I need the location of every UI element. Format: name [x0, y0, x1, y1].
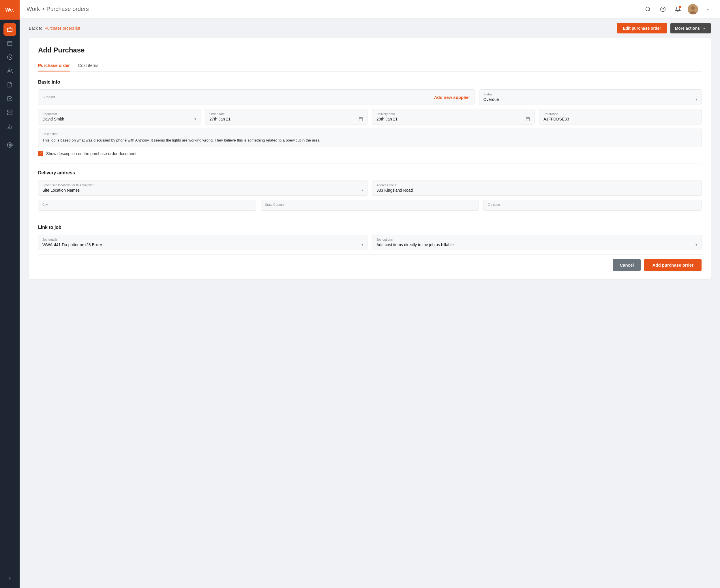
city-field[interactable]: City — [38, 200, 256, 211]
address-line1-field[interactable]: Address line 1 333 Kingsland Road — [372, 180, 702, 196]
job-details-field[interactable]: Job details WWA-441 Fix potterton i28 Bo… — [38, 235, 367, 250]
sidebar-item-clock[interactable] — [3, 51, 16, 63]
search-icon[interactable] — [643, 4, 653, 15]
svg-line-19 — [649, 10, 650, 11]
job-options-field[interactable]: Job options Add cost items directly to t… — [372, 235, 702, 250]
topbar-icons — [643, 4, 713, 15]
sidebar-bottom — [3, 572, 16, 588]
sidebar-item-report[interactable] — [3, 78, 16, 91]
avatar[interactable] — [688, 4, 698, 15]
sidebar: We. — [0, 0, 20, 588]
job-details-label: Job details — [42, 238, 363, 241]
sidebar-item-settings[interactable] — [3, 139, 16, 151]
svg-rect-29 — [526, 118, 529, 121]
chevron-down-icon — [702, 26, 706, 30]
requester-label: Requester — [42, 112, 196, 115]
svg-rect-25 — [359, 118, 363, 121]
order-date-label: Order date — [209, 112, 363, 115]
zip-code-field[interactable]: Zip code — [483, 200, 702, 211]
delivery-date-label: Delivery date — [377, 112, 530, 115]
requester-chevron: ▾ — [195, 117, 196, 121]
back-label: Back to: — [29, 26, 43, 30]
page-title: Add Purchase — [38, 46, 702, 54]
sidebar-item-document[interactable] — [3, 92, 16, 105]
order-date-calendar-icon — [359, 117, 363, 121]
sidebar-item-calendar[interactable] — [3, 37, 16, 49]
delivery-row-1: Saved site locations for this Supplier S… — [38, 180, 702, 196]
sub-header: Back to: Purchase orders list Edit purch… — [20, 18, 720, 38]
sidebar-item-server[interactable] — [3, 106, 16, 119]
zip-code-label: Zip code — [488, 203, 697, 206]
more-actions-button[interactable]: More actions — [671, 23, 711, 34]
svg-rect-10 — [7, 113, 13, 115]
description-field[interactable]: Description This job is based on what wa… — [38, 129, 702, 147]
supplier-field[interactable]: Supplier Add new supplier — [38, 89, 475, 105]
details-row: Requester David Smith ▾ Order date 27th … — [38, 109, 702, 125]
status-label: Status — [483, 92, 697, 96]
page-breadcrumb: Work > Purchase orders — [26, 6, 643, 13]
status-chevron: ▾ — [696, 98, 697, 102]
back-link-anchor[interactable]: Purchase orders list — [44, 26, 80, 30]
reference-field[interactable]: Reference A1FFDDSE33 — [539, 109, 702, 125]
tab-purchase-order[interactable]: Purchase order — [38, 60, 70, 71]
basic-info-title: Basic info — [38, 80, 702, 85]
topbar: Work > Purchase orders — [20, 0, 720, 18]
svg-point-17 — [9, 144, 11, 146]
sidebar-item-users[interactable] — [3, 65, 16, 77]
status-value: Overdue ▾ — [483, 97, 697, 102]
help-icon[interactable] — [658, 4, 668, 15]
reference-label: Reference — [543, 112, 697, 115]
collapse-arrow[interactable] — [3, 572, 16, 585]
sidebar-item-briefcase[interactable] — [3, 23, 16, 36]
avatar-chevron[interactable] — [703, 4, 713, 15]
svg-rect-9 — [7, 110, 13, 112]
delivery-date-value: 28th Jan 21 — [377, 117, 530, 121]
sidebar-divider — [5, 136, 15, 136]
requester-value: David Smith ▾ — [42, 117, 196, 121]
sidebar-logo: We. — [0, 0, 20, 20]
job-row: Job details WWA-441 Fix potterton i28 Bo… — [38, 235, 702, 250]
add-purchase-button[interactable]: Add purchase order — [644, 259, 702, 271]
order-date-value: 27th Jan 21 — [209, 117, 363, 121]
saved-locations-value: Site Location Names ▾ — [42, 188, 363, 192]
requester-field[interactable]: Requester David Smith ▾ — [38, 109, 200, 125]
state-country-field[interactable]: State/Country — [261, 200, 479, 211]
add-supplier-link[interactable]: Add new supplier — [434, 95, 470, 100]
svg-rect-0 — [7, 28, 13, 32]
checkbox-row: ✓ Show description on the purchase order… — [38, 151, 702, 156]
show-description-checkbox[interactable]: ✓ — [38, 151, 43, 156]
breadcrumb-separator: > — [40, 6, 46, 12]
content-area: Back to: Purchase orders list Edit purch… — [20, 18, 720, 588]
cancel-button[interactable]: Cancel — [613, 259, 641, 271]
job-options-label: Job options — [377, 238, 697, 241]
back-link: Back to: Purchase orders list — [29, 26, 80, 30]
delivery-date-calendar-icon — [525, 117, 530, 121]
section-divider-2 — [38, 217, 702, 218]
sidebar-item-chart[interactable] — [3, 120, 16, 132]
sub-header-actions: Edit purchase order More actions — [617, 23, 711, 34]
tabs: Purchase order Cost items — [38, 60, 702, 71]
breadcrumb-work: Work — [26, 6, 40, 12]
description-label: Description — [42, 132, 697, 136]
address-line1-value: 333 Kingsland Road — [377, 188, 697, 192]
status-field[interactable]: Status Overdue ▾ — [479, 89, 702, 105]
svg-point-6 — [8, 69, 10, 71]
saved-locations-field[interactable]: Saved site locations for this Supplier S… — [38, 180, 367, 196]
breadcrumb-page: Purchase orders — [46, 6, 89, 12]
saved-locations-label: Saved site locations for this Supplier — [42, 183, 363, 187]
job-options-chevron: ▾ — [696, 243, 697, 247]
order-date-field[interactable]: Order date 27th Jan 21 — [205, 109, 367, 125]
sidebar-nav — [0, 20, 20, 572]
tab-cost-items[interactable]: Cost items — [78, 60, 98, 71]
bottom-actions: Cancel Add purchase order — [38, 254, 702, 271]
delivery-date-field[interactable]: Delivery date 28th Jan 21 — [372, 109, 535, 125]
job-details-value: WWA-441 Fix potterton i28 Boiler ▾ — [42, 243, 363, 247]
saved-locations-chevron: ▾ — [361, 188, 363, 192]
svg-point-18 — [646, 7, 649, 10]
notification-icon[interactable] — [673, 4, 683, 15]
job-options-value: Add cost items directly to the job as bi… — [377, 243, 697, 247]
checkbox-label: Show description on the purchase order d… — [46, 151, 137, 156]
main-card: Add Purchase Purchase order Cost items B… — [29, 38, 711, 279]
state-country-label: State/Country — [265, 203, 475, 206]
edit-purchase-button[interactable]: Edit purchase order — [617, 23, 667, 34]
